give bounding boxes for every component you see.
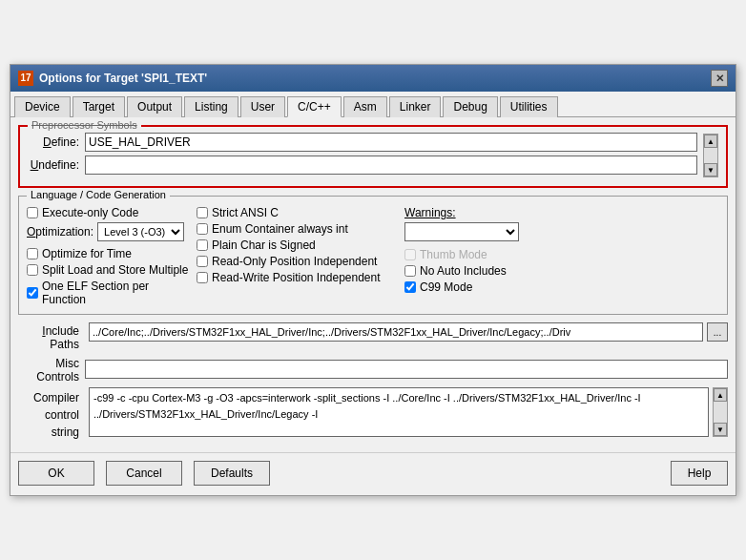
- main-content: Preprocessor Symbols Define: Undefine: ▲…: [10, 117, 736, 452]
- read-write-row: Read-Write Position Independent: [197, 271, 397, 284]
- c99-mode-row: C99 Mode: [404, 280, 719, 294]
- tab-cpp[interactable]: C/C++: [287, 96, 342, 117]
- warnings-select[interactable]: [404, 222, 519, 241]
- plain-char-checkbox[interactable]: [197, 239, 208, 251]
- scroll-down[interactable]: ▼: [704, 163, 717, 176]
- no-auto-checkbox[interactable]: [404, 265, 416, 277]
- split-load-row: Split Load and Store Multiple: [27, 263, 189, 277]
- split-load-checkbox[interactable]: [27, 264, 38, 276]
- plain-char-label: Plain Char is Signed: [212, 239, 316, 252]
- no-auto-row: No Auto Includes: [404, 264, 719, 278]
- warnings-label: Warnings:: [404, 206, 719, 219]
- compiler-scrollbar[interactable]: ▲ ▼: [713, 387, 728, 437]
- language-group: Language / Code Generation Execute-only …: [18, 196, 728, 315]
- one-elf-checkbox[interactable]: [27, 287, 38, 299]
- execute-only-row: Execute-only Code: [27, 206, 189, 219]
- compiler-control-row: Compilercontrolstring -c99 -c -cpu Corte…: [18, 387, 728, 441]
- dialog-title: Options for Target 'SPI1_TEXT': [39, 72, 207, 85]
- optimization-row: Optimization: Level 3 (-O3): [27, 222, 189, 241]
- execute-only-label: Execute-only Code: [42, 206, 138, 219]
- options-dialog: 17 Options for Target 'SPI1_TEXT' ✕ Devi…: [10, 64, 736, 496]
- define-row: Define:: [28, 133, 697, 152]
- thumb-mode-row: Thumb Mode: [404, 248, 719, 261]
- define-label: Define:: [28, 135, 85, 149]
- tab-listing[interactable]: Listing: [184, 96, 238, 117]
- tab-bar: Device Target Output Listing User C/C++ …: [10, 92, 736, 117]
- undefine-label: Undefine:: [28, 158, 85, 172]
- lang-col-2: Strict ANSI C Enum Container always int …: [197, 206, 397, 306]
- read-only-label: Read-Only Position Independent: [212, 255, 377, 268]
- read-only-checkbox[interactable]: [197, 256, 208, 267]
- c99-mode-checkbox[interactable]: [404, 281, 416, 293]
- language-label: Language / Code Generation: [27, 189, 170, 200]
- c99-mode-label: C99 Mode: [420, 280, 472, 294]
- preprocessor-scrollbar[interactable]: ▲ ▼: [703, 134, 718, 177]
- optimize-time-row: Optimize for Time: [27, 247, 189, 260]
- title-bar: 17 Options for Target 'SPI1_TEXT' ✕: [10, 65, 736, 92]
- language-content: Execute-only Code Optimization: Level 3 …: [27, 206, 719, 306]
- one-elf-row: One ELF Section per Function: [27, 280, 189, 306]
- thumb-mode-label: Thumb Mode: [420, 248, 487, 261]
- plain-char-row: Plain Char is Signed: [197, 239, 397, 252]
- cancel-button[interactable]: Cancel: [106, 461, 182, 486]
- compiler-control-label: Compilercontrolstring: [18, 387, 85, 441]
- warnings-section: Warnings:: [404, 206, 719, 241]
- enum-container-checkbox[interactable]: [197, 223, 208, 235]
- tab-target[interactable]: Target: [73, 96, 125, 117]
- split-load-label: Split Load and Store Multiple: [42, 263, 188, 277]
- execute-only-checkbox[interactable]: [27, 207, 38, 218]
- compiler-control-value: -c99 -c -cpu Cortex-M3 -g -O3 -apcs=inte…: [89, 387, 709, 437]
- include-paths-row: IncludePaths ...: [18, 322, 728, 351]
- app-icon: 17: [18, 71, 33, 86]
- tab-linker[interactable]: Linker: [389, 96, 442, 117]
- tab-device[interactable]: Device: [14, 96, 71, 117]
- optimization-select[interactable]: Level 3 (-O3): [97, 222, 184, 241]
- optimize-time-checkbox[interactable]: [27, 248, 38, 259]
- lang-col-3: Warnings: Thumb Mode No Auto Includes: [404, 206, 719, 306]
- undefine-row: Undefine:: [28, 156, 697, 175]
- optimization-label: Optimization:: [27, 225, 93, 239]
- defaults-button[interactable]: Defaults: [194, 461, 270, 486]
- thumb-mode-checkbox[interactable]: [404, 249, 416, 260]
- tab-debug[interactable]: Debug: [443, 96, 497, 117]
- undefine-input[interactable]: [85, 156, 697, 175]
- close-button[interactable]: ✕: [711, 70, 728, 87]
- define-input[interactable]: [85, 133, 697, 152]
- optimize-time-label: Optimize for Time: [42, 247, 132, 260]
- strict-ansi-label: Strict ANSI C: [212, 206, 279, 219]
- no-auto-label: No Auto Includes: [420, 264, 507, 278]
- one-elf-label: One ELF Section per Function: [42, 280, 189, 306]
- misc-controls-label: MiscControls: [18, 355, 85, 384]
- dialog-buttons: OK Cancel Defaults Help: [10, 452, 736, 495]
- tab-output[interactable]: Output: [127, 96, 182, 117]
- ok-button[interactable]: OK: [18, 461, 94, 486]
- enum-container-row: Enum Container always int: [197, 222, 397, 236]
- misc-controls-row: MiscControls: [18, 355, 728, 384]
- strict-ansi-checkbox[interactable]: [197, 207, 208, 218]
- compiler-scroll-down[interactable]: ▼: [714, 423, 727, 436]
- preprocessor-group: Preprocessor Symbols Define: Undefine: ▲…: [18, 125, 728, 188]
- strict-ansi-row: Strict ANSI C: [197, 206, 397, 219]
- include-paths-input[interactable]: [89, 322, 703, 342]
- enum-container-label: Enum Container always int: [212, 222, 348, 236]
- read-write-checkbox[interactable]: [197, 272, 208, 283]
- misc-controls-input[interactable]: [85, 360, 728, 379]
- tab-utilities[interactable]: Utilities: [500, 96, 558, 117]
- title-left: 17 Options for Target 'SPI1_TEXT': [18, 71, 207, 86]
- include-paths-browse-button[interactable]: ...: [707, 322, 728, 342]
- tab-user[interactable]: User: [240, 96, 285, 117]
- read-only-row: Read-Only Position Independent: [197, 255, 397, 268]
- scroll-up[interactable]: ▲: [704, 135, 717, 148]
- help-button[interactable]: Help: [671, 461, 728, 486]
- include-paths-label: IncludePaths: [18, 322, 85, 351]
- lang-col-1: Execute-only Code Optimization: Level 3 …: [27, 206, 189, 306]
- preprocessor-label: Preprocessor Symbols: [28, 119, 141, 131]
- compiler-scroll-up[interactable]: ▲: [714, 388, 727, 402]
- tab-asm[interactable]: Asm: [343, 96, 387, 117]
- read-write-label: Read-Write Position Independent: [212, 271, 381, 284]
